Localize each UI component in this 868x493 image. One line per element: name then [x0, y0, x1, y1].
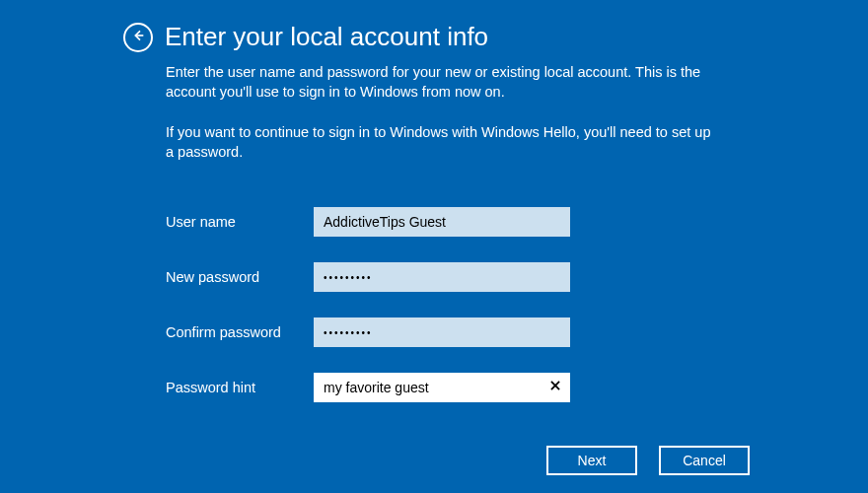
username-input[interactable]	[314, 207, 570, 237]
arrow-left-icon	[130, 28, 146, 47]
page-title: Enter your local account info	[165, 22, 488, 52]
new-password-label: New password	[166, 269, 314, 285]
password-hint-input[interactable]	[314, 373, 570, 402]
clear-hint-button[interactable]	[546, 379, 564, 396]
password-hint-label: Password hint	[166, 380, 314, 395]
back-button[interactable]	[123, 23, 153, 52]
username-label: User name	[166, 214, 314, 230]
confirm-password-input[interactable]	[314, 317, 570, 347]
cancel-button[interactable]: Cancel	[659, 446, 750, 475]
description-text-1: Enter the user name and password for you…	[166, 62, 718, 103]
close-icon	[548, 379, 562, 396]
next-button[interactable]: Next	[546, 446, 637, 475]
new-password-input[interactable]	[314, 262, 570, 292]
confirm-password-label: Confirm password	[166, 324, 314, 340]
description-text-2: If you want to continue to sign in to Wi…	[166, 122, 718, 163]
